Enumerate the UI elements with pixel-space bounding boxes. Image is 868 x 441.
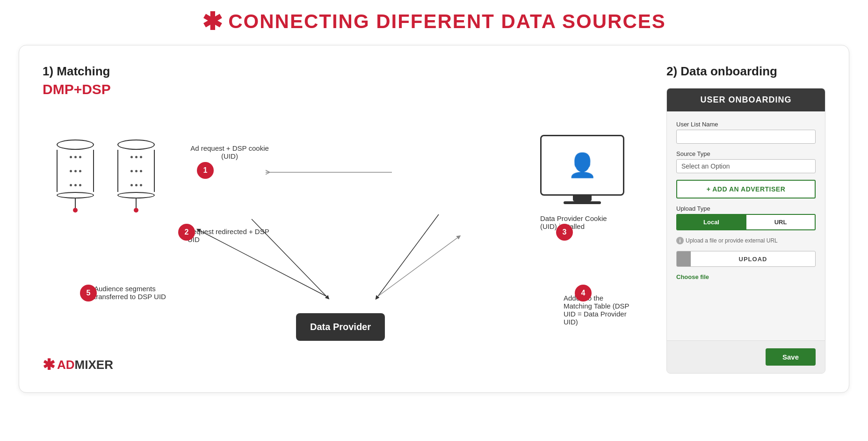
- page-title: CONNECTING DIFFERENT DATA SOURCES: [228, 10, 666, 33]
- source-type-field: Source Type Select an Option: [676, 150, 816, 173]
- info-icon: i: [676, 237, 684, 244]
- upload-type-local-button[interactable]: Local: [677, 215, 745, 229]
- user-list-name-label: User List Name: [676, 121, 816, 128]
- person-icon: 👤: [568, 152, 597, 179]
- onboarding-footer: Save: [667, 340, 825, 373]
- upload-bar-left: [677, 251, 691, 266]
- upload-type-url-button[interactable]: URL: [746, 215, 815, 229]
- diagram-canvas: 👤 1 Ad request + DSP cookie (UID) 2 Requ…: [43, 111, 638, 374]
- svg-line-2: [378, 214, 439, 296]
- header-asterisk-icon: ✱: [202, 9, 223, 34]
- upload-button-label: UPLOAD: [691, 256, 815, 263]
- admixer-asterisk-icon: ✱: [43, 356, 55, 374]
- page-header: ✱ CONNECTING DIFFERENT DATA SOURCES: [202, 9, 666, 34]
- step-label-1: Ad request + DSP cookie (UID): [188, 144, 272, 160]
- step-label-2: Request redirected + DSP UID: [188, 228, 272, 243]
- source-type-label: Source Type: [676, 150, 816, 157]
- user-list-name-field: User List Name: [676, 121, 816, 144]
- admixer-text: ADMIXER: [57, 358, 113, 372]
- upload-type-field: Upload Type Local URL: [676, 205, 816, 230]
- data-provider-box: Data Provider: [296, 313, 385, 341]
- step-label-4: Added to the Matching Table (DSP UID = D…: [564, 294, 634, 326]
- admixer-logo: ✱ ADMIXER: [43, 356, 113, 374]
- diagram-section-subtitle: DMP+DSP: [43, 81, 638, 97]
- onboarding-card: USER ONBOARDING User List Name Source Ty…: [666, 88, 825, 374]
- main-card: 1) Matching DMP+DSP: [19, 45, 849, 393]
- step-circle-1: 1: [197, 162, 214, 179]
- user-list-name-input[interactable]: [676, 130, 816, 144]
- diagram-section-title: 1) Matching: [43, 64, 638, 79]
- step-circle-3: 3: [556, 224, 573, 241]
- step-label-3: Data Provider Cookie (UID) installed: [540, 214, 624, 230]
- svg-line-4: [378, 238, 457, 296]
- right-panel: 2) Data onboarding USER ONBOARDING User …: [666, 64, 825, 374]
- save-button[interactable]: Save: [766, 348, 816, 366]
- add-advertiser-button[interactable]: + ADD AN ADVERTISER: [676, 180, 816, 198]
- choose-file-link[interactable]: Choose file: [676, 273, 816, 280]
- monitor-icon: 👤: [540, 135, 624, 204]
- step-circle-4: 4: [575, 285, 592, 301]
- diagram-section: 1) Matching DMP+DSP: [43, 64, 638, 374]
- upload-bar[interactable]: UPLOAD: [676, 251, 816, 267]
- step-circle-2: 2: [178, 224, 195, 241]
- onboarding-body: User List Name Source Type Select an Opt…: [667, 111, 825, 340]
- upload-hint-text: Upload a file or provide external URL: [686, 237, 778, 244]
- database-icon-1: [57, 140, 94, 213]
- step-circle-5: 5: [80, 285, 97, 301]
- database-icon-2: [117, 140, 155, 213]
- upload-type-label: Upload Type: [676, 205, 816, 212]
- panel-section-title: 2) Data onboarding: [666, 64, 825, 79]
- step-label-5: Audience segments transferred to DSP UID: [94, 285, 188, 301]
- onboarding-card-header: USER ONBOARDING: [667, 88, 825, 111]
- upload-hint: i Upload a file or provide external URL: [676, 237, 816, 244]
- upload-type-group: Local URL: [676, 214, 816, 230]
- source-type-select[interactable]: Select an Option: [676, 159, 816, 173]
